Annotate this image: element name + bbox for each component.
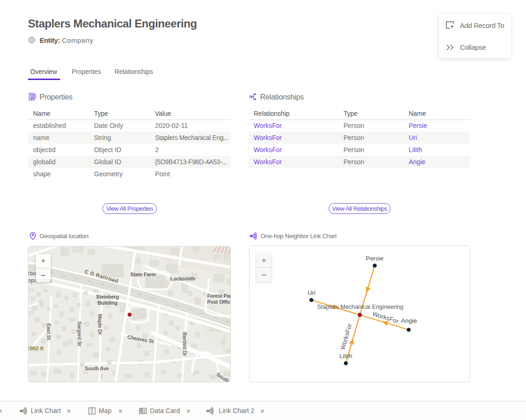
svg-text:Staplers Mechanical Engineerin: Staplers Mechanical Engineering: [317, 303, 403, 310]
svg-text:1002 ft: 1002 ft: [28, 346, 44, 351]
svg-text:Maple Dr: Maple Dr: [97, 314, 103, 335]
svg-text:Bartlett Dr: Bartlett Dr: [182, 332, 188, 357]
svg-text:State Farm: State Farm: [130, 272, 156, 277]
svg-text:Locksmith: Locksmith: [170, 276, 196, 281]
svg-text:Sargent St: Sargent St: [77, 321, 82, 347]
svg-text:Persie: Persie: [366, 255, 384, 262]
svg-text:East St: East St: [46, 323, 52, 340]
svg-text:Uri: Uri: [307, 289, 315, 296]
svg-text:Steinberg: Steinberg: [96, 294, 119, 300]
svg-text:Building: Building: [98, 300, 117, 306]
svg-text:Angie: Angie: [401, 317, 417, 324]
svg-text:Post Office: Post Office: [207, 299, 231, 305]
svg-text:Lilith: Lilith: [339, 353, 352, 360]
svg-text:Forest Park: Forest Park: [207, 293, 231, 299]
svg-text:South Ave: South Ave: [85, 366, 109, 371]
